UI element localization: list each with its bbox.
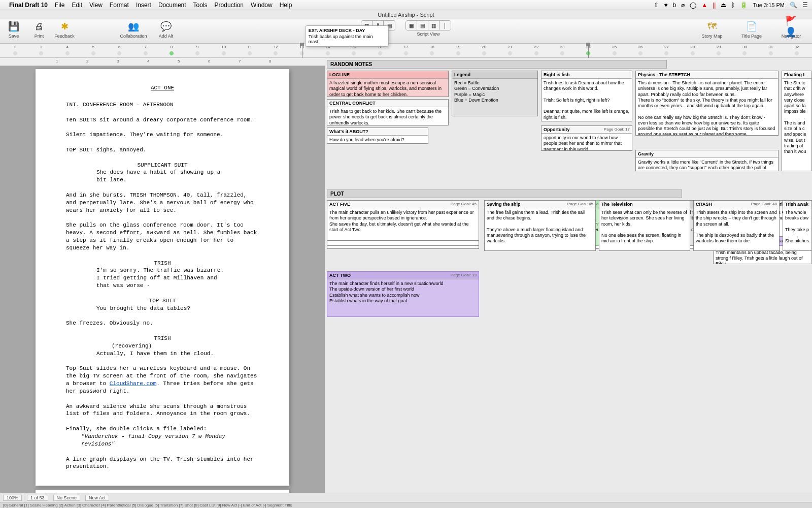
- page-ruler: 123 456 78: [0, 58, 325, 66]
- app-name[interactable]: Final Draft 10: [9, 2, 48, 9]
- card-about[interactable]: What's it ABOUT?How do you lead when you…: [327, 128, 428, 144]
- menu-production[interactable]: Production: [215, 2, 244, 9]
- scriptview-segmented[interactable]: ▦▤▥│: [405, 20, 451, 30]
- scene-indicator[interactable]: No Scene: [53, 495, 81, 501]
- card-logline[interactable]: LOGLINEA frazzled single mother must esc…: [327, 71, 449, 97]
- card-saving[interactable]: Saving the shipPage Goal: 45The free fal…: [484, 200, 596, 251]
- page-indicator: 1 of 53: [27, 495, 48, 501]
- menu-insert[interactable]: Insert: [136, 2, 151, 9]
- clock: Tue 3:15 PM: [753, 2, 785, 8]
- card-crash[interactable]: CRASHPage Goal: 48Trish steers the ship …: [693, 200, 780, 251]
- save-button[interactable]: 💾Save: [3, 20, 24, 39]
- mac-menubar: Final Draft 10 File Edit View Format Ins…: [0, 0, 812, 10]
- status-icon: ▲: [701, 2, 707, 9]
- storymap-button[interactable]: 🗺Story Map: [694, 20, 730, 39]
- toolbar: 💾Save 🖨Print ✱Feedback 👥Collaboration 💬A…: [0, 19, 812, 44]
- status-icon: ⇧: [654, 2, 659, 9]
- section-plot: PLOT: [327, 189, 682, 198]
- menu-window[interactable]: Window: [251, 2, 273, 9]
- status-icon: ♥: [664, 2, 667, 9]
- card-floating-islands[interactable]: Floating IThe Stretc that drift w anywhe…: [782, 71, 812, 171]
- card-act-five[interactable]: ACT FIVEPage Goal: 45The main character …: [327, 200, 479, 241]
- status-icon: ⏏: [721, 2, 726, 9]
- beat-board[interactable]: RANDOM NOTES LOGLINEA frazzled single mo…: [325, 58, 812, 493]
- card-gravity[interactable]: GravityGravity works a little more like …: [635, 150, 779, 171]
- card-television[interactable]: The TelevisionTrish sees what can only b…: [599, 200, 690, 251]
- titlepage-button[interactable]: 📄Title Page: [734, 20, 769, 39]
- feedback-button[interactable]: ✱Feedback: [54, 20, 75, 39]
- act-indicator[interactable]: New Act: [85, 495, 109, 501]
- menu-file[interactable]: File: [55, 2, 64, 9]
- card-legend[interactable]: LegendRed = Battle Green = Conversation …: [452, 71, 538, 116]
- script-pane: 123 456 78 ACT ONE INT. CONFERENCE ROOM …: [0, 58, 325, 493]
- status-icon: ◯: [690, 2, 696, 9]
- zoom-level[interactable]: 100%: [3, 495, 22, 501]
- script-page-1[interactable]: ACT ONE INT. CONFERENCE ROOM - AFTERNOON…: [36, 69, 289, 486]
- bluetooth-icon: ᛒ: [731, 2, 735, 9]
- search-icon[interactable]: 🔍: [790, 2, 797, 9]
- section-random-notes: RANDOM NOTES: [327, 60, 667, 69]
- collaboration-button[interactable]: 👥Collaboration: [116, 20, 151, 39]
- status-icon: ||: [713, 2, 716, 9]
- status-icon: b: [673, 2, 676, 9]
- add-alt-button[interactable]: 💬Add Alt: [155, 20, 177, 39]
- status-icon: ⌀: [681, 2, 685, 9]
- card-awakens[interactable]: Trish awakThe whole breaks dow They take…: [783, 200, 812, 251]
- scene-tooltip: EXT. AIRSHIP DECK - DAY Trish backs up a…: [305, 25, 389, 47]
- card-act-two[interactable]: ACT TWOPage Goal: 13The main character f…: [327, 271, 479, 317]
- navigator-button[interactable]: 🚩👤Navigator: [773, 20, 809, 39]
- script-page-2[interactable]: Untitled Airship - Script2. TRISH We're …: [36, 490, 289, 493]
- window-title: Untitled Airship - Script: [0, 10, 812, 19]
- menu-document[interactable]: Document: [158, 2, 186, 9]
- menu-tools[interactable]: Tools: [193, 2, 208, 9]
- card-fish[interactable]: Right is fishTrish tries to ask Deanna a…: [541, 71, 632, 121]
- card-conflict[interactable]: CENTRAL CONFLICTTrish has to get back to…: [327, 99, 449, 125]
- element-shortcuts: [0] General [1] Scene Heading [2] Action…: [0, 502, 812, 508]
- menu-icon[interactable]: ☰: [802, 2, 808, 9]
- status-bar: 100% 1 of 53 No Scene New Act: [0, 493, 812, 502]
- card-opportunity[interactable]: OpportunityPage Goal: 17opportunity in o…: [541, 125, 632, 151]
- print-button[interactable]: 🖨Print: [28, 20, 50, 39]
- card-physics[interactable]: Physics - The STRETCHThis dimension - Th…: [635, 71, 779, 136]
- timeline-ruler[interactable]: 2345678910111213141516171819202122232425…: [0, 44, 812, 58]
- menu-view[interactable]: View: [89, 2, 103, 9]
- menu-format[interactable]: Format: [110, 2, 129, 9]
- battery-icon: 🔋: [740, 2, 748, 9]
- menu-edit[interactable]: Edit: [72, 2, 82, 9]
- menu-help[interactable]: Help: [280, 2, 292, 9]
